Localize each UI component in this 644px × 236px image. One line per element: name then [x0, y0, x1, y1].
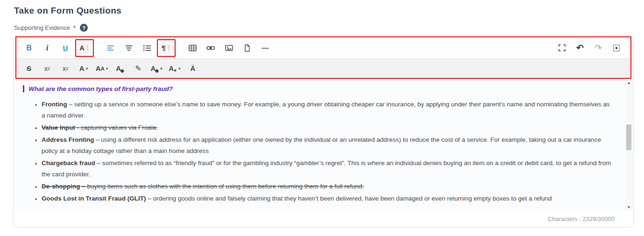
list-item: De-shopping – buying items such as cloth… — [42, 181, 613, 192]
list-item: Chargeback fraud – sometimes referred to… — [42, 158, 613, 180]
ordered-list-button[interactable] — [139, 40, 156, 56]
special-characters-button[interactable]: Ä — [184, 61, 201, 76]
question-heading: What are the common types of first-party… — [23, 85, 613, 92]
vertical-scrollbar[interactable]: ▲ ▼ — [625, 80, 632, 211]
file-icon — [244, 44, 250, 52]
chevron-down-icon: ▾ — [86, 66, 88, 71]
font-family-button[interactable]: A ▾ — [75, 61, 92, 76]
list-item-text: – setting up a service in someone else’s… — [42, 101, 609, 119]
superscript-button[interactable]: x2 — [57, 61, 74, 76]
fullscreen-button[interactable] — [553, 40, 570, 56]
table-icon — [189, 44, 197, 52]
font-size-button[interactable]: AA ▾ — [93, 61, 110, 76]
redo-icon: ↷ — [594, 42, 602, 53]
align-left-button[interactable] — [102, 40, 119, 56]
more-text-button[interactable]: A ⋮ — [75, 39, 94, 57]
more-text-icon: A — [79, 44, 85, 52]
list-item-lead: Chargeback fraud — [42, 160, 95, 167]
scrollbar-track[interactable] — [625, 86, 632, 204]
subscript-button[interactable]: x2 — [39, 61, 56, 76]
editor-content-area[interactable]: What are the common types of first-party… — [14, 79, 633, 211]
list-item: Value Input - capturing values via Froal… — [42, 122, 613, 133]
toolbar-row-2: S x2 x2 A ▾ AA ▾ A ⬤ ✎ — [16, 58, 630, 78]
page-title: Take on Form Questions — [14, 6, 644, 16]
more-text-dots-icon: ⋮ — [85, 45, 90, 51]
bold-button[interactable]: B — [21, 40, 37, 56]
help-question-glyph: ? — [82, 25, 85, 31]
ordered-list-icon — [143, 44, 151, 52]
italic-button[interactable]: i — [39, 40, 56, 56]
inline-style-button[interactable]: A ⬤ ▾ — [148, 61, 165, 76]
insert-link-button[interactable] — [202, 40, 219, 56]
image-icon — [225, 44, 233, 52]
subscript-icon: x — [44, 65, 48, 72]
undo-button[interactable]: ↶ — [572, 40, 588, 56]
list-item-text: - capturing values via Froala. — [75, 124, 158, 131]
align-left-icon — [107, 44, 114, 52]
bullet-list: Fronting – setting up a service in someo… — [23, 99, 613, 204]
star-icon: ★ — [173, 68, 177, 76]
undo-icon: ↶ — [576, 42, 584, 53]
underline-button[interactable]: U — [57, 40, 74, 56]
list-item-lead: Goods Lost in Transit Fraud (GLIT) — [42, 195, 146, 202]
scrollbar-thumb[interactable] — [626, 125, 631, 150]
select-all-icon — [613, 44, 620, 52]
chevron-down-icon: ▾ — [106, 66, 108, 71]
paragraph-icon: ¶ — [162, 44, 165, 52]
toolbar-right-group: ↶ ↷ — [553, 40, 626, 56]
underline-icon: U — [63, 44, 68, 52]
link-icon — [206, 44, 215, 52]
fullscreen-icon — [559, 44, 566, 51]
scroll-down-icon[interactable]: ▼ — [627, 204, 631, 211]
font-size-icon: A — [96, 64, 101, 72]
chevron-down-icon: ▾ — [178, 66, 181, 71]
insert-file-button[interactable] — [239, 40, 255, 56]
annotation-box-toolbar: B i U A ⋮ — [15, 36, 631, 79]
insert-image-button[interactable] — [220, 40, 237, 56]
help-icon[interactable]: ? — [80, 24, 88, 32]
color-drop-icon: ⬤ — [120, 69, 124, 76]
field-label-row: Supporting Evidence * ? — [14, 24, 644, 32]
list-item: Goods Lost in Transit Fraud (GLIT) – ord… — [42, 193, 613, 204]
list-item-lead: De-shopping — [42, 183, 80, 190]
list-item-lead: Address Fronting — [42, 136, 94, 143]
highlighter-pen-icon: ✎ — [135, 64, 141, 73]
text-color-button[interactable]: A ⬤ — [112, 61, 128, 76]
list-item-lead: Fronting — [42, 101, 67, 108]
toolbar-row-1: B i U A ⋮ — [16, 37, 630, 58]
list-item-lead: Value Input — [42, 124, 75, 131]
highlight-button[interactable]: ✎ — [130, 61, 147, 76]
editor-status-bar: Characters : 2329/30000 — [14, 211, 633, 227]
scroll-up-icon[interactable]: ▲ — [627, 80, 631, 86]
list-item: Fronting – setting up a service in someo… — [42, 99, 613, 121]
field-label: Supporting Evidence — [14, 24, 70, 31]
inline-style-drop-icon: ⬤ — [155, 69, 159, 76]
list-item-text: – sometimes referred to as “friendly fra… — [42, 160, 611, 178]
list-item-text: – using a different risk address for an … — [42, 136, 601, 154]
bold-icon: B — [26, 44, 32, 52]
chevron-down-icon: ▾ — [160, 66, 163, 71]
list-item-text: – buying items such as clothes with the … — [80, 183, 364, 190]
list-item-text: – ordering goods online and falsely clai… — [146, 195, 552, 202]
inline-class-button[interactable]: A ★ ▾ — [166, 61, 183, 76]
rich-text-editor: B i U A ⋮ — [13, 35, 634, 228]
strikethrough-button[interactable]: S — [21, 61, 37, 76]
italic-icon: i — [46, 43, 49, 53]
align-center-button[interactable] — [120, 40, 137, 56]
font-size-small-icon: A — [101, 66, 105, 71]
horizontal-line-icon: — — [262, 44, 269, 52]
strikethrough-icon: S — [27, 64, 31, 72]
horizontal-line-button[interactable]: — — [257, 40, 274, 56]
insert-table-button[interactable] — [184, 40, 201, 56]
paragraph-dots-icon: ⋮ — [166, 45, 171, 51]
font-family-icon: A — [79, 64, 85, 72]
paragraph-format-button[interactable]: ¶ ⋮ — [157, 39, 176, 57]
character-counter: Characters : 2329/30000 — [548, 215, 615, 222]
redo-button[interactable]: ↷ — [590, 40, 607, 56]
superscript-icon: x — [63, 65, 66, 72]
align-center-icon — [125, 44, 133, 52]
special-characters-icon: Ä — [191, 64, 196, 72]
list-item: Address Fronting – using a different ris… — [42, 134, 613, 157]
required-asterisk: * — [73, 24, 76, 31]
select-all-button[interactable] — [608, 40, 625, 56]
